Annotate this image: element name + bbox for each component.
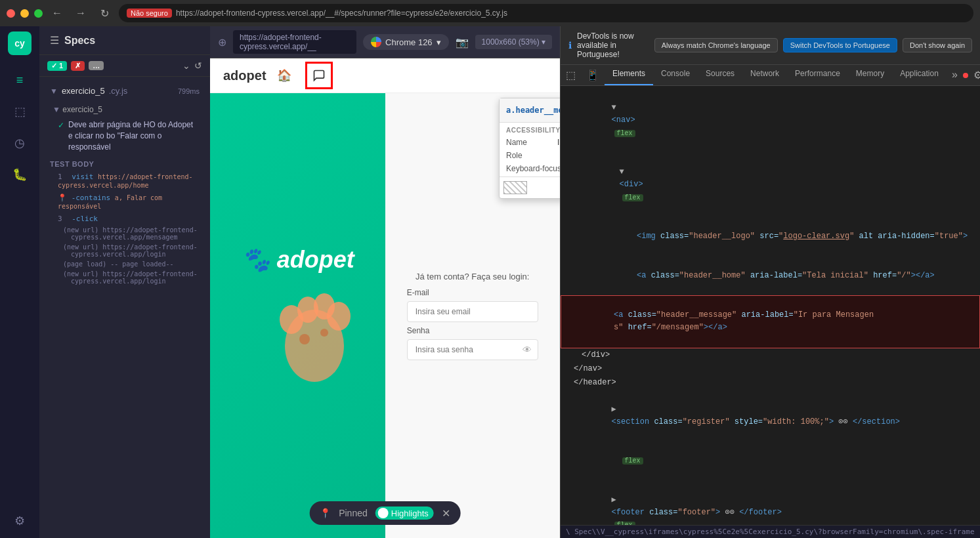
devtools-mobile-icon[interactable]: 📱 (581, 65, 605, 85)
adopet-nav: adopet 🏠 (210, 58, 560, 93)
browser-maximize-button[interactable] (34, 9, 43, 18)
spec-file-item[interactable]: ▼ exercicio_5 .cy.js 799ms (39, 82, 210, 100)
browser-back-button[interactable]: ← (48, 4, 66, 22)
dt-line-nav-close: </nav> (561, 362, 980, 376)
spec-group-header[interactable]: ▼ exercicio_5 (39, 102, 210, 117)
always-match-button[interactable]: Always match Chrome's language (654, 38, 778, 52)
specs-menu-icon: ☰ (50, 34, 59, 47)
devtools-more-tabs[interactable]: » (947, 65, 963, 85)
specs-title: Specs (64, 35, 95, 47)
spec-file-ext: .cy.js (109, 86, 128, 96)
devtools-panel: ℹ DevTools is now available in Portugues… (560, 26, 980, 538)
test-step-1[interactable]: 1 visit https://adopet-frontend-cypress.… (39, 171, 210, 192)
test-body-label: TEST BODY (39, 155, 210, 171)
sidebar-icon-debug[interactable]: 🐛 (8, 163, 32, 186)
devtools-error-dot (963, 73, 968, 78)
resolution-badge[interactable]: 1000x660 (53%) ▾ (475, 35, 552, 49)
preview-url[interactable]: https://adopet-frontend-cypress.vercel.a… (233, 30, 356, 54)
browser-refresh-button[interactable]: ↻ (95, 4, 114, 22)
home-nav-icon[interactable]: 🏠 (277, 68, 291, 83)
dt-line-flex-badge: flex (561, 442, 980, 481)
dt-line-div-close: </div> (561, 348, 980, 362)
step-num-3: 3 (58, 215, 62, 223)
specs-header: ☰ Specs (39, 26, 210, 55)
sidebar-icon-runs[interactable]: ⬚ (8, 100, 32, 123)
dont-show-again-button[interactable]: Don't show again (903, 38, 972, 52)
dt-line-section: ▶ <section class="register" style="width… (561, 390, 980, 442)
specs-toolbar: ✓ 1 ✗ … ⌄ ↺ (39, 55, 210, 77)
address-bar[interactable]: Não seguro https://adopet-frontend-cypre… (119, 4, 973, 22)
adopet-left-panel: 🐾 adopet (210, 93, 385, 538)
devtools-settings-icon[interactable]: ⚙ (968, 65, 980, 85)
pin-icon: 📍 (58, 194, 67, 202)
password-input[interactable] (407, 339, 538, 360)
dt-line-header-close: </header> (561, 376, 980, 390)
tooltip-element-box (500, 176, 560, 198)
expand-icon[interactable]: ▼ (612, 103, 616, 112)
tab-performance[interactable]: Performance (787, 65, 848, 85)
devtools-inspector-icon[interactable]: ⬚ (561, 65, 581, 85)
chrome-chevron-icon[interactable]: ▾ (437, 37, 441, 47)
chevron-down-icon[interactable]: ⌄ (182, 60, 190, 71)
browser-chrome: ← → ↻ Não seguro https://adopet-frontend… (0, 0, 980, 26)
dt-line-img: <img class="header__logo" src="logo-clea… (561, 217, 980, 257)
browser-close-button[interactable] (7, 9, 15, 18)
email-input[interactable] (407, 301, 538, 322)
camera-icon[interactable]: 📷 (456, 36, 469, 49)
adopet-message-button[interactable] (307, 64, 331, 87)
insecure-badge: Não seguro (127, 9, 172, 18)
pending-badge: … (89, 61, 104, 70)
devtools-content[interactable]: ▼ <nav> flex ▼ <div> flex <img class="he… (561, 86, 980, 525)
tab-sources[interactable]: Sources (698, 65, 742, 85)
devtools-notification: ℹ DevTools is now available in Portugues… (561, 26, 980, 65)
adopet-brand: 🐾 adopet (241, 246, 354, 274)
preview-settings-icon[interactable]: ⊕ (218, 36, 226, 49)
pass-badge: ✓ 1 (47, 61, 67, 71)
tab-console[interactable]: Console (653, 65, 698, 85)
dt-line-footer: ▶ <footer class="footer"> ⊙⊙ </footer> f… (561, 481, 980, 525)
step-num-1: 1 (58, 173, 62, 181)
chrome-label: Chrome 126 (385, 37, 433, 47)
specs-panel: ☰ Specs ✓ 1 ✗ … ⌄ ↺ ▼ exercicio_5 .cy.js… (39, 26, 210, 538)
element-preview (503, 181, 527, 194)
tooltip-row-keyboard: Keyboard-focusable ✓ (500, 162, 560, 176)
tooltip-key-keyboard: Keyboard-focusable (506, 164, 560, 175)
sidebar-icon-settings[interactable]: ⚙ (8, 509, 32, 533)
toggle-dot (378, 508, 389, 518)
test-output-2: (new url) https://adopet-frontend- cypre… (39, 242, 210, 259)
devtools-notification-text: DevTools is now available in Portuguese! (577, 31, 649, 59)
step-cmd-2: -contains (72, 194, 111, 202)
dt-line-div: ▼ <div> flex (561, 153, 980, 217)
spec-group-name: exercicio_5 (62, 105, 102, 114)
svg-point-5 (299, 334, 310, 344)
login-form: E-mail Senha 👁 (407, 288, 538, 360)
chrome-indicator: Chrome 126 ▾ (363, 34, 449, 50)
tab-memory[interactable]: Memory (848, 65, 892, 85)
browser-minimize-button[interactable] (20, 9, 29, 18)
password-toggle-icon[interactable]: 👁 (522, 344, 532, 355)
tooltip-row-role: Role link (500, 149, 560, 162)
sidebar-icon-clock[interactable]: ◷ (8, 131, 32, 155)
sidebar-icon-specs[interactable]: ≡ (8, 68, 32, 92)
spec-test-item-1[interactable]: ✓ Deve abrir página de HO do Adopet e cl… (39, 117, 210, 155)
tooltip-val-name: Ir para Mensagens (557, 138, 560, 147)
step-cmd-1: visit (72, 173, 93, 181)
fail-badge: ✗ (71, 61, 85, 71)
highlights-toggle[interactable]: Highlights (375, 507, 434, 520)
tooltip-row-name: Name Ir para Mensagens (500, 136, 560, 149)
email-label: E-mail (407, 288, 429, 297)
tab-network[interactable]: Network (742, 65, 787, 85)
highlights-label: Highlights (391, 508, 429, 518)
test-step-2[interactable]: 📍 -contains a, Falar com responsável (39, 192, 210, 213)
specs-list: ▼ exercicio_5 .cy.js 799ms ▼ exercicio_5… (39, 77, 210, 538)
pinned-label: Pinned (339, 508, 368, 518)
switch-devtools-button[interactable]: Switch DevTools to Portuguese (783, 38, 897, 52)
test-step-3[interactable]: 3 -click (39, 213, 210, 225)
dt-line-a-message[interactable]: <a class="header__message" aria-label="I… (561, 295, 980, 348)
tooltip-element-name: a.header__message (506, 106, 560, 115)
tab-application[interactable]: Application (892, 65, 947, 85)
reload-icon[interactable]: ↺ (194, 60, 202, 71)
browser-forward-button[interactable]: → (72, 4, 90, 22)
highlights-close-icon[interactable]: ✕ (442, 507, 450, 520)
tab-elements[interactable]: Elements (605, 65, 653, 85)
